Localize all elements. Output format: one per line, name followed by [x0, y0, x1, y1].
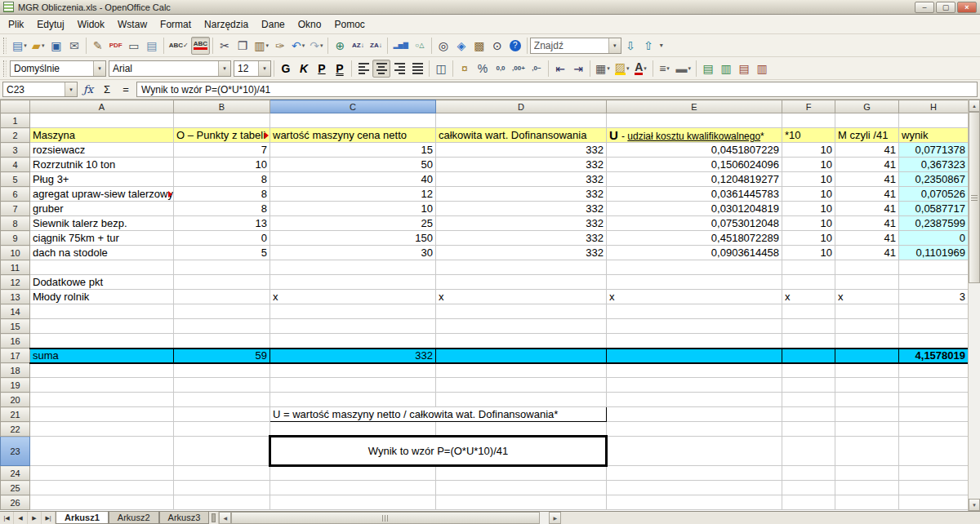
- cell-G13[interactable]: x: [835, 290, 899, 304]
- cell-C3[interactable]: 15: [270, 143, 436, 158]
- hyperlink-button[interactable]: ⊕: [331, 37, 349, 55]
- cell-D18[interactable]: [436, 363, 607, 378]
- cell-H15[interactable]: [899, 319, 969, 334]
- cell-G1[interactable]: [835, 113, 899, 128]
- cell-E25[interactable]: [607, 481, 782, 495]
- line-style-dropdown-arrow-icon[interactable]: ▾: [666, 65, 670, 72]
- cell-F8[interactable]: 10: [782, 216, 835, 231]
- next-sheet-button[interactable]: ▶: [28, 512, 42, 524]
- cell-A26[interactable]: [30, 495, 174, 510]
- row-header-26[interactable]: 26: [1, 495, 30, 510]
- background-color-button[interactable]: ▨▾: [612, 60, 632, 78]
- last-sheet-button[interactable]: ▶|: [42, 512, 56, 524]
- cell-F22[interactable]: [782, 422, 835, 437]
- cell-G10[interactable]: 41: [835, 246, 899, 260]
- insert-rows-button[interactable]: ▤: [699, 60, 717, 78]
- cell-G26[interactable]: [835, 495, 899, 510]
- sum-button[interactable]: Σ: [99, 82, 115, 97]
- cell-H10[interactable]: 0,1101969: [899, 246, 969, 260]
- cell-F26[interactable]: [782, 495, 835, 510]
- cell-B23[interactable]: [174, 437, 270, 466]
- cell-G16[interactable]: [835, 334, 899, 349]
- cell-A8[interactable]: Siewnik talerz bezp.: [30, 216, 174, 231]
- cell-G9[interactable]: 41: [835, 231, 899, 246]
- cell-C11[interactable]: [270, 260, 436, 275]
- row-header-19[interactable]: 19: [1, 378, 30, 393]
- cell-F24[interactable]: [782, 466, 835, 481]
- select-all-corner[interactable]: [1, 100, 30, 113]
- new-document-button[interactable]: ▤▾: [10, 37, 29, 55]
- cell-B2[interactable]: O – Punkty z tabeli: [174, 128, 270, 143]
- cell-B15[interactable]: [174, 319, 270, 334]
- cell-G24[interactable]: [835, 466, 899, 481]
- standard-format-button[interactable]: 0,0: [492, 60, 510, 78]
- cell-F25[interactable]: [782, 481, 835, 495]
- borders-button[interactable]: ▦▾: [593, 60, 612, 78]
- font-color-button[interactable]: A▾: [632, 60, 650, 78]
- menu-item-okno[interactable]: Okno: [292, 16, 328, 33]
- cell-A15[interactable]: [30, 319, 174, 334]
- cell-E7[interactable]: 0,0301204819: [607, 202, 782, 216]
- cell-H25[interactable]: [899, 481, 969, 495]
- row-header-10[interactable]: 10: [1, 246, 30, 260]
- zoom-button[interactable]: ⊙: [488, 37, 506, 55]
- cell-E1[interactable]: [607, 113, 782, 128]
- cell-A4[interactable]: Rozrzutnik 10 ton: [30, 158, 174, 172]
- cell-H3[interactable]: 0,0771378: [899, 143, 969, 158]
- cell-C19[interactable]: [270, 378, 436, 393]
- cell-C13[interactable]: x: [270, 290, 436, 304]
- cell-H13[interactable]: 3: [899, 290, 969, 304]
- borders-dropdown-arrow-icon[interactable]: ▾: [607, 65, 610, 72]
- cell-G2[interactable]: M czyli /41: [835, 128, 899, 143]
- row-header-12[interactable]: 12: [1, 275, 30, 290]
- style-combobox[interactable]: Domyślnie ▾: [10, 60, 106, 77]
- toolbar-options-button[interactable]: ▾: [660, 42, 663, 49]
- cell-F1[interactable]: [782, 113, 835, 128]
- cell-B12[interactable]: [174, 275, 270, 290]
- cell-C16[interactable]: [270, 334, 436, 349]
- font-dropdown-arrow-icon[interactable]: ▾: [218, 61, 230, 76]
- cell-B24[interactable]: [174, 466, 270, 481]
- row-header-8[interactable]: 8: [1, 216, 30, 231]
- row-header-24[interactable]: 24: [1, 466, 30, 481]
- align-justify-button[interactable]: [408, 60, 426, 78]
- cell-A11[interactable]: [30, 260, 174, 275]
- scroll-down-button[interactable]: ▼: [969, 499, 980, 511]
- row-header-17[interactable]: 17: [1, 349, 30, 363]
- cell-E13[interactable]: x: [607, 290, 782, 304]
- row-header-15[interactable]: 15: [1, 319, 30, 334]
- cell-C8[interactable]: 25: [270, 216, 436, 231]
- cell-B6[interactable]: 8: [174, 187, 270, 202]
- open-button[interactable]: ▰▾: [29, 37, 47, 55]
- cell-C5[interactable]: 40: [270, 172, 436, 187]
- cell-G17[interactable]: [835, 349, 899, 363]
- sort-ascending-button[interactable]: AZ↓: [349, 37, 367, 55]
- cell-C9[interactable]: 150: [270, 231, 436, 246]
- cell-H1[interactable]: [899, 113, 969, 128]
- row-header-11[interactable]: 11: [1, 260, 30, 275]
- cell-B11[interactable]: [174, 260, 270, 275]
- cell-D7[interactable]: 332: [436, 202, 607, 216]
- maximize-button[interactable]: ▢: [936, 2, 956, 13]
- cell-A2[interactable]: Maszyna: [30, 128, 174, 143]
- cell-H19[interactable]: [899, 378, 969, 393]
- align-left-button[interactable]: [354, 60, 372, 78]
- cell-G25[interactable]: [835, 481, 899, 495]
- cell-G5[interactable]: 41: [835, 172, 899, 187]
- format-paintbrush-button[interactable]: ✑: [271, 37, 289, 55]
- increase-indent-button[interactable]: ⇥: [569, 60, 587, 78]
- cell-D3[interactable]: 332: [436, 143, 607, 158]
- cell-H14[interactable]: [899, 304, 969, 319]
- name-box[interactable]: C23 ▾: [2, 82, 78, 97]
- column-header-G[interactable]: G: [835, 100, 899, 113]
- cell-D14[interactable]: [436, 304, 607, 319]
- cell-E11[interactable]: [607, 260, 782, 275]
- name-box-dropdown-arrow-icon[interactable]: ▾: [65, 82, 77, 96]
- cell-B8[interactable]: 13: [174, 216, 270, 231]
- delete-rows-button[interactable]: ▤: [735, 60, 753, 78]
- cell-H5[interactable]: 0,2350867: [899, 172, 969, 187]
- cell-A16[interactable]: [30, 334, 174, 349]
- cell-D12[interactable]: [436, 275, 607, 290]
- cell-C26[interactable]: [270, 495, 436, 510]
- menu-item-dane[interactable]: Dane: [255, 16, 292, 33]
